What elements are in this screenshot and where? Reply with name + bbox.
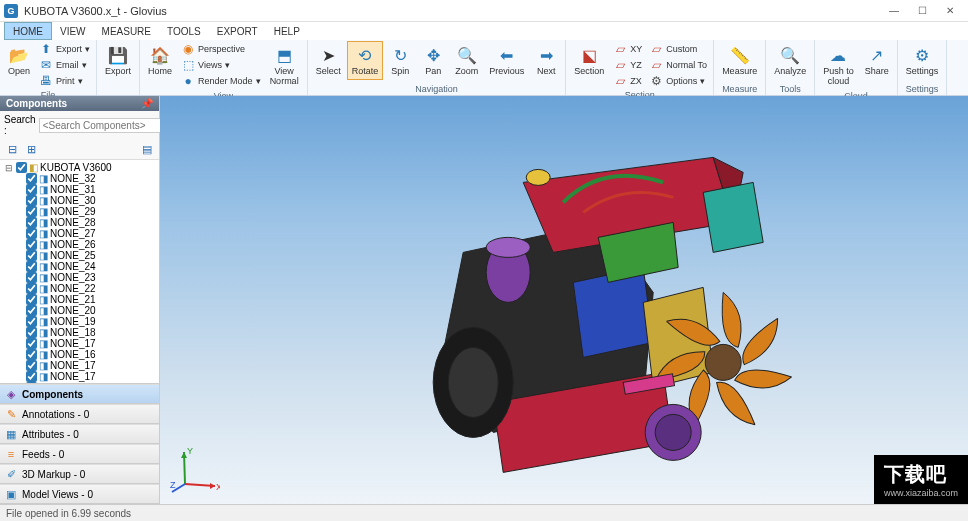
expand-all-button[interactable]: ⊞ — [23, 141, 39, 157]
tree-checkbox[interactable] — [26, 294, 37, 305]
print-button[interactable]: 🖶Print ▾ — [36, 73, 93, 89]
collapse-all-button[interactable]: ⊟ — [4, 141, 20, 157]
tree-item[interactable]: ◨NONE_24 — [2, 261, 157, 272]
tree-item[interactable]: ◨NONE_23 — [2, 272, 157, 283]
menu-help[interactable]: HELP — [266, 22, 308, 40]
tree-item[interactable]: ◨NONE_29 — [2, 206, 157, 217]
tree-item[interactable]: ◨NONE_17 — [2, 360, 157, 371]
tree-item[interactable]: ◨NONE_22 — [2, 283, 157, 294]
previous-button[interactable]: ⬅Previous — [484, 41, 529, 80]
annotations-icon: ✎ — [4, 407, 18, 421]
measure-button[interactable]: 📏Measure — [717, 41, 762, 80]
tree-item-label: NONE_19 — [50, 316, 96, 327]
tree-item[interactable]: ◨NONE_16 — [2, 349, 157, 360]
panel-tab-attributes[interactable]: ▦Attributes - 0 — [0, 424, 159, 444]
tree-root-label: KUBOTA V3600 — [40, 162, 112, 173]
views-button[interactable]: ⬚Views ▾ — [178, 57, 264, 73]
tree-item[interactable]: ◨NONE_31 — [2, 184, 157, 195]
tree-item[interactable]: ◨NONE_26 — [2, 239, 157, 250]
tree-checkbox[interactable] — [26, 316, 37, 327]
next-button[interactable]: ➡Next — [530, 41, 562, 80]
search-input[interactable] — [39, 118, 174, 133]
export-button[interactable]: 💾 Export — [100, 41, 136, 80]
tree-item[interactable]: ◨NONE_25 — [2, 250, 157, 261]
tree-item[interactable]: ◨NONE_19 — [2, 316, 157, 327]
select-button[interactable]: ➤Select — [311, 41, 346, 80]
tree-checkbox[interactable] — [16, 162, 27, 173]
tree-checkbox[interactable] — [26, 327, 37, 338]
section-button[interactable]: ⬕Section — [569, 41, 609, 80]
component-tree[interactable]: ⊟◧KUBOTA V3600◨NONE_32◨NONE_31◨NONE_30◨N… — [0, 160, 159, 383]
close-button[interactable]: ✕ — [936, 2, 964, 20]
custom-button[interactable]: ▱Custom — [646, 41, 710, 57]
pan-button[interactable]: ✥Pan — [417, 41, 449, 80]
viewport-3d[interactable]: X Y Z 下载吧 www.xiazaiba.com — [160, 96, 968, 504]
email-button[interactable]: ✉Email ▾ — [36, 57, 93, 73]
minimize-button[interactable]: — — [880, 2, 908, 20]
maximize-button[interactable]: ☐ — [908, 2, 936, 20]
perspective-button[interactable]: ◉Perspective — [178, 41, 264, 57]
tree-item[interactable]: ◨NONE_18 — [2, 327, 157, 338]
normalto-button[interactable]: ▱Normal To — [646, 57, 710, 73]
tree-item[interactable]: ◨NONE_32 — [2, 173, 157, 184]
tree-checkbox[interactable] — [26, 217, 37, 228]
tree-checkbox[interactable] — [26, 228, 37, 239]
rotate-button[interactable]: ⟲Rotate — [347, 41, 384, 80]
tree-checkbox[interactable] — [26, 195, 37, 206]
tree-checkbox[interactable] — [26, 239, 37, 250]
zx-button[interactable]: ▱ZX — [610, 73, 645, 89]
tree-item[interactable]: ◨NONE_28 — [2, 217, 157, 228]
tree-checkbox[interactable] — [26, 272, 37, 283]
tree-item[interactable]: ◨NONE_17 — [2, 338, 157, 349]
view-normal-button[interactable]: ⬒ View Normal — [265, 41, 304, 90]
tree-checkbox[interactable] — [26, 250, 37, 261]
xy-button[interactable]: ▱XY — [610, 41, 645, 57]
tree-item[interactable]: ◨NONE_21 — [2, 294, 157, 305]
tree-checkbox[interactable] — [26, 349, 37, 360]
menu-export[interactable]: EXPORT — [209, 22, 266, 40]
tree-item[interactable]: ◨NONE_30 — [2, 195, 157, 206]
panel-tab-feeds[interactable]: ≡Feeds - 0 — [0, 444, 159, 464]
tree-checkbox[interactable] — [26, 338, 37, 349]
tree-checkbox[interactable] — [26, 184, 37, 195]
home-button[interactable]: 🏠 Home — [143, 41, 177, 80]
tree-item[interactable]: ◨NONE_27 — [2, 228, 157, 239]
tree-checkbox[interactable] — [26, 206, 37, 217]
tree-item-label: NONE_25 — [50, 250, 96, 261]
tree-item[interactable]: ◨NONE_20 — [2, 305, 157, 316]
share-button[interactable]: ↗Share — [860, 41, 894, 80]
zoom-label: Zoom — [455, 67, 478, 77]
zoom-button[interactable]: 🔍Zoom — [450, 41, 483, 80]
push-cloud-button[interactable]: ☁Push to cloud — [818, 41, 859, 90]
tree-checkbox[interactable] — [26, 305, 37, 316]
yz-button[interactable]: ▱YZ — [610, 57, 645, 73]
open-button[interactable]: 📂 Open — [3, 41, 35, 80]
menu-measure[interactable]: MEASURE — [94, 22, 159, 40]
pin-icon[interactable]: 📌 — [141, 98, 153, 109]
spin-button[interactable]: ↻Spin — [384, 41, 416, 80]
tree-options-button[interactable]: ▤ — [139, 141, 155, 157]
menu-view[interactable]: VIEW — [52, 22, 94, 40]
part-icon: ◨ — [39, 217, 48, 228]
panel-tab-annotations[interactable]: ✎Annotations - 0 — [0, 404, 159, 424]
panel-tab-views[interactable]: ▣Model Views - 0 — [0, 484, 159, 504]
tree-item[interactable]: ◨NONE_17 — [2, 371, 157, 382]
tree-checkbox[interactable] — [26, 173, 37, 184]
tree-expander[interactable]: ⊟ — [4, 163, 14, 173]
tree-checkbox[interactable] — [26, 261, 37, 272]
tree-checkbox[interactable] — [26, 360, 37, 371]
tree-checkbox[interactable] — [26, 283, 37, 294]
panel-tab-components[interactable]: ◈Components — [0, 384, 159, 404]
menu-tools[interactable]: TOOLS — [159, 22, 209, 40]
workspace: Components 📌 Search : 🔍 ⊟ ⊞ ▤ ⊟◧KUBOTA V… — [0, 96, 968, 504]
menu-home[interactable]: HOME — [4, 22, 52, 40]
tree-item-label: NONE_31 — [50, 184, 96, 195]
settings-button[interactable]: ⚙Settings — [901, 41, 944, 80]
tree-checkbox[interactable] — [26, 371, 37, 382]
render-mode-button[interactable]: ●Render Mode ▾ — [178, 73, 264, 89]
panel-tab-markup[interactable]: ✐3D Markup - 0 — [0, 464, 159, 484]
panel-views-label: Model Views - 0 — [22, 489, 93, 500]
analyze-button[interactable]: 🔍Analyze — [769, 41, 811, 80]
export-small-button[interactable]: ⬆Export ▾ — [36, 41, 93, 57]
options-button[interactable]: ⚙Options ▾ — [646, 73, 710, 89]
